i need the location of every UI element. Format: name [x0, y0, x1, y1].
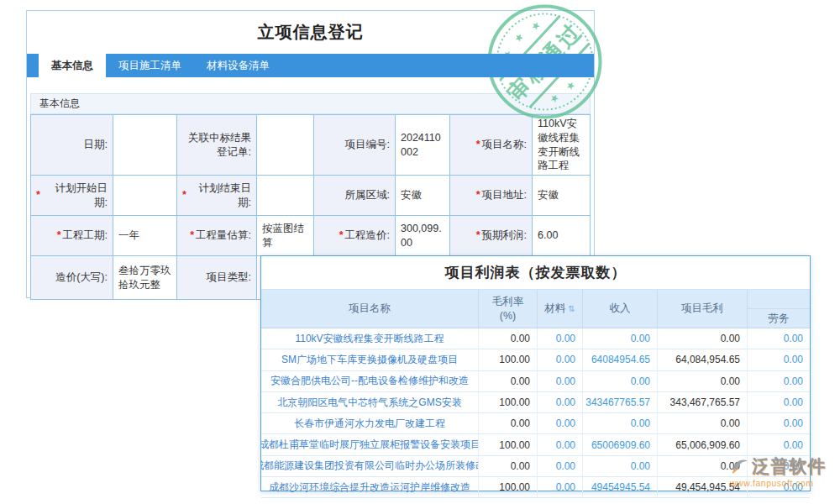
field-value[interactable]: [113, 115, 177, 176]
gross-margin-value: 0.00: [478, 456, 537, 476]
project-gross-profit-value: 0.00: [657, 413, 747, 433]
project-name-link[interactable]: 安徽合肥供电公司--配电设备检修维护和改造: [261, 371, 478, 391]
sort-icon[interactable]: ⇅: [568, 303, 575, 314]
column-header-gross-margin: 毛利率 (%): [478, 290, 537, 328]
field-label: 项目编号:: [314, 115, 396, 176]
project-name-link[interactable]: 成都沙河环境综合提升改造运河护岸维修改造: [261, 477, 478, 497]
brand-url[interactable]: www.fanpusoft.com: [730, 478, 837, 488]
column-header-material-label: 材料: [544, 302, 565, 315]
income-value[interactable]: 64084954.65: [582, 349, 657, 370]
income-value[interactable]: 0.00: [582, 371, 657, 391]
project-name-link[interactable]: 成都能源建设集团投资有限公司临时办公场所装修改: [261, 456, 478, 476]
project-name-link[interactable]: 长春市伊通河水力发电厂改建工程: [261, 413, 478, 433]
material-value[interactable]: 0.00: [537, 349, 582, 370]
field-value[interactable]: [257, 176, 314, 216]
field-label-text: 预期利润:: [482, 228, 527, 243]
column-header-project-gross-profit: 项目毛利: [657, 290, 747, 328]
labor-value[interactable]: 0.00: [747, 413, 810, 433]
labor-value[interactable]: 0.00: [747, 392, 810, 412]
material-value[interactable]: 0.00: [537, 328, 582, 349]
labor-value[interactable]: 0.00: [747, 371, 810, 391]
required-asterisk: *: [476, 228, 480, 243]
fanpu-logo-icon: [730, 455, 752, 477]
income-value[interactable]: 0.00: [582, 328, 657, 349]
income-value[interactable]: 0.00: [582, 413, 657, 433]
stamp-star: ★: [528, 18, 543, 33]
stamp-star: ★: [563, 78, 578, 92]
profit-table-body: 110kV安徽线程集变开断线路工程0.000.000.000.000.00SM广…: [261, 328, 810, 498]
field-value[interactable]: 6.00: [533, 216, 591, 256]
form-row: *计划开始日期:*计划结束日期:所属区域:安徽*项目地址:安徽: [31, 176, 591, 216]
form-row: 日期:关联中标结果登记单:项目编号:2024110002*项目名称:110kV安…: [31, 115, 591, 176]
table-row: 长春市伊通河水力发电厂改建工程0.000.000.000.000.00: [261, 413, 810, 434]
field-label: 关联中标结果登记单:: [177, 115, 257, 176]
gross-margin-value: 0.00: [478, 328, 537, 349]
field-value[interactable]: 安徽: [533, 176, 591, 216]
profit-table-window: 项目利润表（按发票取数） 项目名称 毛利率 (%) 材料 ⇅ 收入 项目毛利 劳…: [260, 255, 811, 491]
gross-margin-value: 100.00: [478, 434, 537, 454]
tab-material-equipment-list[interactable]: 材料设备清单: [194, 54, 282, 77]
required-asterisk: *: [36, 188, 40, 202]
field-label-text: 计划结束日期:: [188, 181, 251, 210]
material-value[interactable]: 0.00: [537, 413, 582, 433]
gross-margin-value: 100.00: [478, 477, 537, 497]
field-label: *项目名称:: [450, 115, 533, 176]
field-label-text: 造价(大写):: [55, 270, 108, 285]
field-value[interactable]: [257, 115, 314, 176]
field-label-text: 项目类型:: [207, 270, 251, 285]
tab-bar: 基本信息 项目施工清单 材料设备清单: [27, 54, 594, 77]
field-value[interactable]: [113, 176, 177, 216]
income-value[interactable]: 0.00: [582, 456, 657, 476]
field-label-text: 关联中标结果登记单:: [182, 131, 251, 160]
field-label: *项目地址:: [450, 176, 533, 216]
field-label-text: 工程造价:: [345, 228, 390, 243]
field-label-text: 项目名称:: [482, 138, 527, 152]
field-value[interactable]: 按蓝图结算: [257, 216, 314, 256]
field-value[interactable]: 300,099.00: [396, 216, 450, 256]
field-value[interactable]: 安徽: [396, 176, 450, 216]
required-asterisk: *: [476, 138, 480, 152]
field-label-text: 计划开始日期:: [42, 181, 108, 210]
field-label: *工程造价:: [314, 216, 396, 256]
profit-table-header: 项目名称 毛利率 (%) 材料 ⇅ 收入 项目毛利 劳务: [261, 290, 810, 328]
profit-table-title: 项目利润表（按发票取数）: [261, 256, 810, 290]
material-value[interactable]: 0.00: [537, 434, 582, 454]
required-asterisk: *: [476, 188, 480, 202]
stamp-star: ★: [512, 30, 527, 45]
project-name-link[interactable]: 北京朝阳区电气中芯特气系统之GMS安装: [261, 392, 478, 412]
field-label: 所属区域:: [314, 176, 396, 216]
column-header-material: 材料 ⇅: [537, 290, 582, 328]
tab-basic-info[interactable]: 基本信息: [39, 54, 106, 77]
column-header-labor-group: [748, 290, 810, 309]
field-label-text: 项目地址:: [482, 188, 527, 202]
material-value[interactable]: 0.00: [537, 371, 582, 391]
labor-value[interactable]: 0.00: [747, 328, 810, 349]
income-value[interactable]: 343467765.57: [582, 392, 657, 412]
project-name-link[interactable]: 成都杜甫草堂临时展厅独立展柜报警设备安装项目: [261, 434, 478, 454]
column-header-labor: 劳务: [747, 290, 810, 328]
project-name-link[interactable]: 110kV安徽线程集变开断线路工程: [261, 328, 478, 349]
field-label: *工程工期:: [31, 216, 113, 256]
field-label: *工程量估算:: [177, 216, 257, 256]
field-label: *计划结束日期:: [177, 176, 257, 216]
income-value[interactable]: 49454945.54: [582, 477, 657, 497]
labor-value[interactable]: 0.00: [747, 434, 810, 454]
field-label: 日期:: [31, 115, 113, 176]
field-value[interactable]: 110kV安徽线程集变开断线路工程: [533, 115, 591, 176]
project-name-link[interactable]: SM广场地下车库更换摄像机及硬盘项目: [261, 349, 478, 370]
table-row: 北京朝阳区电气中芯特气系统之GMS安装100.000.00343467765.5…: [261, 392, 810, 413]
column-header-labor-label: 劳务: [748, 309, 810, 328]
material-value[interactable]: 0.00: [537, 456, 582, 476]
gross-margin-value: 100.00: [478, 349, 537, 370]
required-asterisk: *: [190, 228, 194, 243]
field-value[interactable]: 2024110002: [396, 115, 450, 176]
tab-construction-list[interactable]: 项目施工清单: [106, 54, 194, 77]
labor-value[interactable]: 0.00: [747, 349, 810, 370]
income-value[interactable]: 65006909.60: [582, 434, 657, 454]
material-value[interactable]: 0.00: [537, 477, 582, 497]
brand-name: 泛普软件: [752, 454, 826, 478]
field-value[interactable]: 一年: [113, 216, 177, 256]
material-value[interactable]: 0.00: [537, 392, 582, 412]
field-value[interactable]: 叁拾万零玖拾玖元整: [113, 256, 177, 300]
field-label: 项目类型:: [177, 256, 257, 300]
